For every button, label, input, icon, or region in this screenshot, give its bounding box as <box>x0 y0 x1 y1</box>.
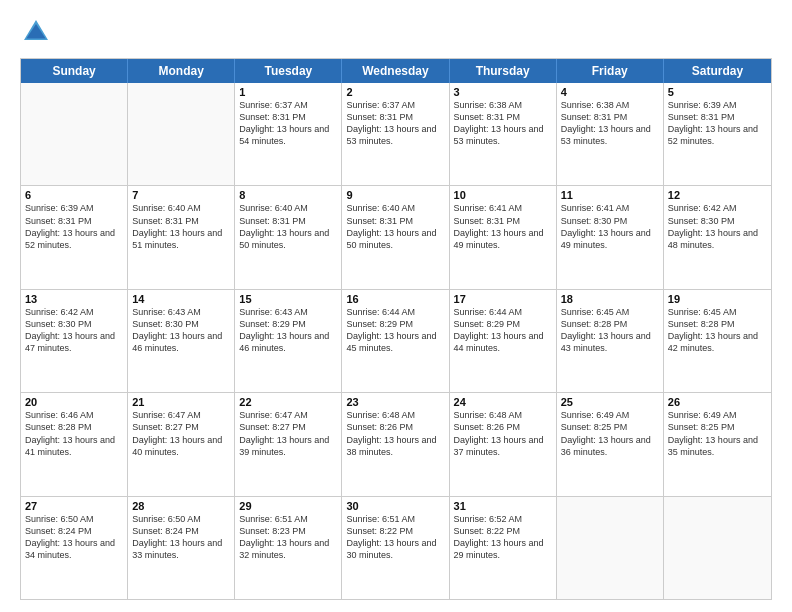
day-cell-21: 21Sunrise: 6:47 AM Sunset: 8:27 PM Dayli… <box>128 393 235 495</box>
day-info-28: Sunrise: 6:50 AM Sunset: 8:24 PM Dayligh… <box>132 513 230 562</box>
day-info-1: Sunrise: 6:37 AM Sunset: 8:31 PM Dayligh… <box>239 99 337 148</box>
page: Sunday Monday Tuesday Wednesday Thursday… <box>0 0 792 612</box>
day-info-9: Sunrise: 6:40 AM Sunset: 8:31 PM Dayligh… <box>346 202 444 251</box>
day-info-7: Sunrise: 6:40 AM Sunset: 8:31 PM Dayligh… <box>132 202 230 251</box>
day-number-4: 4 <box>561 86 659 98</box>
day-cell-15: 15Sunrise: 6:43 AM Sunset: 8:29 PM Dayli… <box>235 290 342 392</box>
day-number-9: 9 <box>346 189 444 201</box>
day-number-17: 17 <box>454 293 552 305</box>
day-info-26: Sunrise: 6:49 AM Sunset: 8:25 PM Dayligh… <box>668 409 767 458</box>
day-cell-7: 7Sunrise: 6:40 AM Sunset: 8:31 PM Daylig… <box>128 186 235 288</box>
day-cell-29: 29Sunrise: 6:51 AM Sunset: 8:23 PM Dayli… <box>235 497 342 599</box>
day-info-24: Sunrise: 6:48 AM Sunset: 8:26 PM Dayligh… <box>454 409 552 458</box>
day-cell-26: 26Sunrise: 6:49 AM Sunset: 8:25 PM Dayli… <box>664 393 771 495</box>
day-cell-18: 18Sunrise: 6:45 AM Sunset: 8:28 PM Dayli… <box>557 290 664 392</box>
day-cell-23: 23Sunrise: 6:48 AM Sunset: 8:26 PM Dayli… <box>342 393 449 495</box>
header-wednesday: Wednesday <box>342 59 449 83</box>
day-number-31: 31 <box>454 500 552 512</box>
day-number-5: 5 <box>668 86 767 98</box>
day-cell-19: 19Sunrise: 6:45 AM Sunset: 8:28 PM Dayli… <box>664 290 771 392</box>
week-row-4: 20Sunrise: 6:46 AM Sunset: 8:28 PM Dayli… <box>21 393 771 496</box>
day-number-3: 3 <box>454 86 552 98</box>
day-info-12: Sunrise: 6:42 AM Sunset: 8:30 PM Dayligh… <box>668 202 767 251</box>
day-info-13: Sunrise: 6:42 AM Sunset: 8:30 PM Dayligh… <box>25 306 123 355</box>
day-info-20: Sunrise: 6:46 AM Sunset: 8:28 PM Dayligh… <box>25 409 123 458</box>
day-cell-20: 20Sunrise: 6:46 AM Sunset: 8:28 PM Dayli… <box>21 393 128 495</box>
day-cell-10: 10Sunrise: 6:41 AM Sunset: 8:31 PM Dayli… <box>450 186 557 288</box>
day-cell-2: 2Sunrise: 6:37 AM Sunset: 8:31 PM Daylig… <box>342 83 449 185</box>
calendar: Sunday Monday Tuesday Wednesday Thursday… <box>20 58 772 600</box>
day-number-8: 8 <box>239 189 337 201</box>
day-number-6: 6 <box>25 189 123 201</box>
day-number-30: 30 <box>346 500 444 512</box>
week-row-5: 27Sunrise: 6:50 AM Sunset: 8:24 PM Dayli… <box>21 497 771 599</box>
day-cell-31: 31Sunrise: 6:52 AM Sunset: 8:22 PM Dayli… <box>450 497 557 599</box>
header-saturday: Saturday <box>664 59 771 83</box>
day-info-3: Sunrise: 6:38 AM Sunset: 8:31 PM Dayligh… <box>454 99 552 148</box>
day-info-19: Sunrise: 6:45 AM Sunset: 8:28 PM Dayligh… <box>668 306 767 355</box>
day-info-23: Sunrise: 6:48 AM Sunset: 8:26 PM Dayligh… <box>346 409 444 458</box>
day-number-2: 2 <box>346 86 444 98</box>
day-cell-1: 1Sunrise: 6:37 AM Sunset: 8:31 PM Daylig… <box>235 83 342 185</box>
day-number-1: 1 <box>239 86 337 98</box>
day-cell-13: 13Sunrise: 6:42 AM Sunset: 8:30 PM Dayli… <box>21 290 128 392</box>
day-info-25: Sunrise: 6:49 AM Sunset: 8:25 PM Dayligh… <box>561 409 659 458</box>
day-cell-24: 24Sunrise: 6:48 AM Sunset: 8:26 PM Dayli… <box>450 393 557 495</box>
day-number-22: 22 <box>239 396 337 408</box>
header-tuesday: Tuesday <box>235 59 342 83</box>
day-number-27: 27 <box>25 500 123 512</box>
day-number-14: 14 <box>132 293 230 305</box>
day-info-6: Sunrise: 6:39 AM Sunset: 8:31 PM Dayligh… <box>25 202 123 251</box>
day-info-4: Sunrise: 6:38 AM Sunset: 8:31 PM Dayligh… <box>561 99 659 148</box>
day-info-17: Sunrise: 6:44 AM Sunset: 8:29 PM Dayligh… <box>454 306 552 355</box>
calendar-header: Sunday Monday Tuesday Wednesday Thursday… <box>21 59 771 83</box>
day-cell-25: 25Sunrise: 6:49 AM Sunset: 8:25 PM Dayli… <box>557 393 664 495</box>
day-info-29: Sunrise: 6:51 AM Sunset: 8:23 PM Dayligh… <box>239 513 337 562</box>
day-number-12: 12 <box>668 189 767 201</box>
day-cell-8: 8Sunrise: 6:40 AM Sunset: 8:31 PM Daylig… <box>235 186 342 288</box>
day-info-21: Sunrise: 6:47 AM Sunset: 8:27 PM Dayligh… <box>132 409 230 458</box>
day-info-15: Sunrise: 6:43 AM Sunset: 8:29 PM Dayligh… <box>239 306 337 355</box>
day-info-31: Sunrise: 6:52 AM Sunset: 8:22 PM Dayligh… <box>454 513 552 562</box>
day-cell-4: 4Sunrise: 6:38 AM Sunset: 8:31 PM Daylig… <box>557 83 664 185</box>
day-number-24: 24 <box>454 396 552 408</box>
day-cell-11: 11Sunrise: 6:41 AM Sunset: 8:30 PM Dayli… <box>557 186 664 288</box>
day-number-18: 18 <box>561 293 659 305</box>
day-number-29: 29 <box>239 500 337 512</box>
day-info-16: Sunrise: 6:44 AM Sunset: 8:29 PM Dayligh… <box>346 306 444 355</box>
day-cell-28: 28Sunrise: 6:50 AM Sunset: 8:24 PM Dayli… <box>128 497 235 599</box>
day-info-30: Sunrise: 6:51 AM Sunset: 8:22 PM Dayligh… <box>346 513 444 562</box>
empty-cell-0-0 <box>21 83 128 185</box>
logo <box>20 16 56 48</box>
day-info-14: Sunrise: 6:43 AM Sunset: 8:30 PM Dayligh… <box>132 306 230 355</box>
day-info-8: Sunrise: 6:40 AM Sunset: 8:31 PM Dayligh… <box>239 202 337 251</box>
day-number-26: 26 <box>668 396 767 408</box>
day-cell-3: 3Sunrise: 6:38 AM Sunset: 8:31 PM Daylig… <box>450 83 557 185</box>
day-number-23: 23 <box>346 396 444 408</box>
day-cell-9: 9Sunrise: 6:40 AM Sunset: 8:31 PM Daylig… <box>342 186 449 288</box>
header-sunday: Sunday <box>21 59 128 83</box>
day-number-21: 21 <box>132 396 230 408</box>
day-info-2: Sunrise: 6:37 AM Sunset: 8:31 PM Dayligh… <box>346 99 444 148</box>
header-monday: Monday <box>128 59 235 83</box>
empty-cell-0-1 <box>128 83 235 185</box>
header-thursday: Thursday <box>450 59 557 83</box>
week-row-1: 1Sunrise: 6:37 AM Sunset: 8:31 PM Daylig… <box>21 83 771 186</box>
day-cell-17: 17Sunrise: 6:44 AM Sunset: 8:29 PM Dayli… <box>450 290 557 392</box>
day-cell-14: 14Sunrise: 6:43 AM Sunset: 8:30 PM Dayli… <box>128 290 235 392</box>
header <box>20 16 772 48</box>
day-number-28: 28 <box>132 500 230 512</box>
week-row-3: 13Sunrise: 6:42 AM Sunset: 8:30 PM Dayli… <box>21 290 771 393</box>
day-number-13: 13 <box>25 293 123 305</box>
empty-cell-4-5 <box>557 497 664 599</box>
day-cell-6: 6Sunrise: 6:39 AM Sunset: 8:31 PM Daylig… <box>21 186 128 288</box>
day-number-15: 15 <box>239 293 337 305</box>
day-number-20: 20 <box>25 396 123 408</box>
day-cell-22: 22Sunrise: 6:47 AM Sunset: 8:27 PM Dayli… <box>235 393 342 495</box>
day-number-25: 25 <box>561 396 659 408</box>
day-number-11: 11 <box>561 189 659 201</box>
day-info-18: Sunrise: 6:45 AM Sunset: 8:28 PM Dayligh… <box>561 306 659 355</box>
day-number-10: 10 <box>454 189 552 201</box>
day-number-16: 16 <box>346 293 444 305</box>
header-friday: Friday <box>557 59 664 83</box>
